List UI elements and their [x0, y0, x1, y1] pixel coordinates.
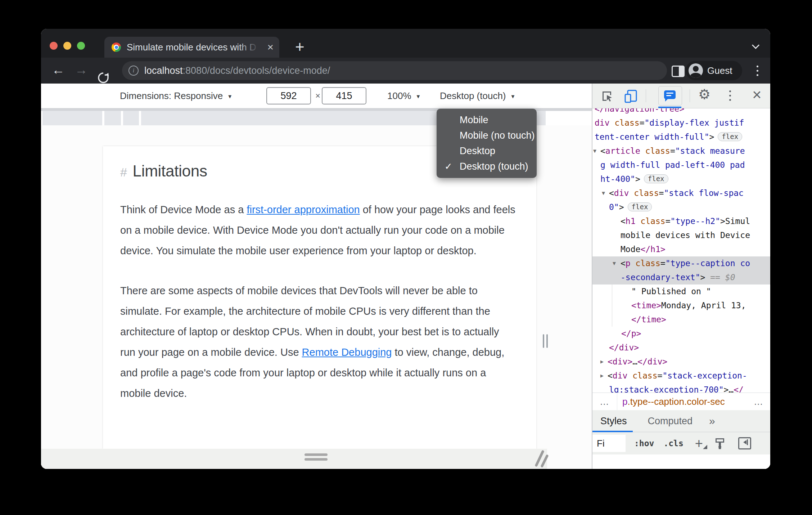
back-button[interactable]: ← — [52, 58, 65, 84]
browser-menu-icon[interactable] — [757, 64, 759, 78]
flex-badge[interactable]: flex — [628, 202, 652, 211]
dom-tree-line[interactable]: <h1 class="type--h2">Simul — [592, 214, 770, 228]
devtools-menu-icon[interactable] — [729, 89, 731, 103]
breadcrumb-item[interactable]: p.type--caption.color-sec — [622, 396, 725, 407]
guest-avatar — [689, 63, 703, 78]
viewport-corner-handle[interactable] — [534, 449, 549, 467]
dom-tree-line[interactable]: Mode</h1> — [592, 242, 770, 256]
close-window-button[interactable] — [50, 42, 58, 50]
side-panel-icon[interactable] — [672, 66, 685, 77]
chevron-down-icon: ▼ — [510, 93, 516, 99]
zoom-select[interactable]: 100%▼ — [387, 84, 421, 108]
flex-badge[interactable]: flex — [718, 132, 742, 141]
devtools-toolbar: ⚙ × — [592, 84, 770, 108]
chrome-favicon-icon — [112, 42, 121, 52]
dom-tree-line[interactable]: </time> — [592, 313, 770, 327]
dom-tree-line[interactable]: </navigation-tree> — [592, 108, 770, 116]
browser-tab[interactable]: Simulate mobile devices with D × — [104, 37, 279, 58]
console-bubble-icon — [664, 90, 676, 99]
breadcrumb-overflow-right[interactable]: … — [754, 396, 770, 407]
dom-tree-line[interactable]: g width-full pad-left-400 pad — [592, 158, 770, 172]
device-type-menu: MobileMobile (no touch)Desktop✓Desktop (… — [437, 109, 537, 178]
expand-arrow-icon[interactable]: ▶ — [600, 355, 604, 369]
dom-tree-line[interactable]: ▶<div class="stack-exception- — [592, 369, 770, 383]
toggle-hover-state-button[interactable]: :hov — [634, 439, 654, 448]
profile-label: Guest — [707, 65, 732, 76]
dom-tree-line[interactable]: div class="display-flex justif — [592, 116, 770, 130]
paragraph-1: Think of Device Mode as a first-order ap… — [120, 200, 516, 261]
dom-tree-line[interactable]: <time>Monday, April 13, — [592, 299, 770, 313]
dom-tree-line[interactable]: tent-center width-full">flex — [592, 130, 770, 144]
device-toolbar-toggle-icon[interactable] — [624, 89, 638, 103]
dom-tree-line[interactable]: ▶<div>…</div> — [592, 355, 770, 369]
devtools-filler — [592, 454, 770, 469]
dimensions-times: × — [315, 84, 320, 108]
dom-tree-line[interactable]: 0">flex — [592, 200, 770, 214]
device-type-option[interactable]: Mobile — [437, 112, 537, 128]
new-style-rule-button[interactable]: + — [695, 436, 703, 451]
styles-filter-input[interactable]: Fi — [592, 435, 626, 452]
viewport-height-handle[interactable] — [304, 453, 328, 463]
page-link[interactable]: first-order approximation — [247, 204, 360, 215]
heading-anchor[interactable]: # — [120, 165, 127, 179]
more-tabs-icon[interactable]: » — [709, 415, 715, 427]
device-type-select[interactable]: Desktop (touch)▼ — [440, 84, 515, 108]
forward-button[interactable]: → — [75, 58, 88, 84]
dock-sidebar-icon[interactable] — [738, 437, 751, 449]
breadcrumb-overflow-left[interactable]: … — [592, 396, 617, 407]
media-query-segment[interactable] — [123, 111, 139, 125]
dom-tree-line[interactable]: </p> — [592, 327, 770, 341]
check-icon: ✓ — [445, 159, 452, 174]
dom-tree-line[interactable]: </div> — [592, 341, 770, 355]
console-panel-tab[interactable] — [658, 86, 682, 106]
viewport-width-handle[interactable] — [543, 334, 548, 348]
styles-toolbar: Fi :hov .cls + — [592, 432, 770, 454]
device-type-option[interactable]: Mobile (no touch) — [437, 128, 537, 143]
dimensions-select[interactable]: Dimensions: Responsive▼ — [120, 84, 233, 108]
site-info-icon[interactable]: i — [128, 66, 139, 76]
tab-title-fade — [238, 37, 259, 58]
page-content: #Limitations Think of Device Mode as a f… — [103, 146, 536, 449]
device-type-option[interactable]: ✓Desktop (touch) — [437, 159, 537, 174]
chevron-down-icon: ▼ — [227, 93, 233, 99]
flex-badge[interactable]: flex — [644, 174, 668, 183]
tab-computed[interactable]: Computed — [648, 416, 693, 427]
media-query-segment[interactable] — [42, 111, 102, 125]
dom-tree-line[interactable]: ht-400">flex — [592, 172, 770, 186]
tab-close-icon[interactable]: × — [267, 42, 274, 53]
expand-arrow-icon[interactable]: ▶ — [600, 369, 604, 383]
dom-tree-line[interactable]: lg:stack-exception-700">…</ — [592, 383, 770, 393]
address-bar[interactable]: i localhost:8080/docs/devtools/device-mo… — [122, 61, 667, 80]
dom-tree-line[interactable]: ▼<div class="stack flow-spac — [592, 186, 770, 200]
inspect-element-icon[interactable] — [601, 90, 613, 102]
dom-tree-line[interactable]: ▼<p class="type--caption co — [592, 256, 770, 270]
dom-tree-line[interactable]: mobile devices with Device — [592, 228, 770, 242]
chevron-down-icon: ▼ — [416, 93, 421, 99]
height-input[interactable]: 415 — [322, 87, 366, 104]
rendering-brush-icon[interactable] — [714, 437, 726, 450]
settings-gear-icon[interactable]: ⚙ — [698, 86, 710, 102]
dom-tree-line[interactable]: -secondary-text"> == $0 — [592, 270, 770, 285]
collapse-arrow-icon[interactable]: ▼ — [613, 256, 616, 270]
collapse-arrow-icon[interactable]: ▼ — [602, 186, 605, 200]
device-toolbar: Dimensions: Responsive▼ 592 × 415 100%▼ … — [41, 84, 592, 108]
tab-search-chevron-icon[interactable] — [753, 42, 759, 48]
dom-tree-line[interactable]: ▼<article class="stack measure — [592, 144, 770, 158]
profile-button[interactable]: Guest — [686, 61, 742, 80]
zoom-window-button[interactable] — [77, 42, 85, 50]
dom-tree: </navigation-tree>div class="display-fle… — [592, 108, 770, 393]
tab-styles[interactable]: Styles — [600, 416, 627, 427]
dom-tree-line[interactable]: " Published on " — [592, 285, 770, 299]
viewport-bottom-area — [41, 449, 547, 469]
toggle-class-button[interactable]: .cls — [663, 439, 683, 448]
page-link[interactable]: Remote Debugging — [302, 346, 392, 358]
devtools-close-icon[interactable]: × — [752, 86, 762, 104]
media-query-segment[interactable] — [104, 111, 121, 125]
url-path: :8080/docs/devtools/device-mode/ — [183, 65, 330, 76]
collapse-arrow-icon[interactable]: ▼ — [593, 144, 596, 158]
device-type-option[interactable]: Desktop — [437, 143, 537, 159]
minimize-window-button[interactable] — [63, 42, 71, 50]
main-area: Dimensions: Responsive▼ 592 × 415 100%▼ … — [41, 84, 770, 469]
new-tab-button[interactable]: + — [295, 39, 304, 55]
width-input[interactable]: 592 — [266, 87, 311, 104]
